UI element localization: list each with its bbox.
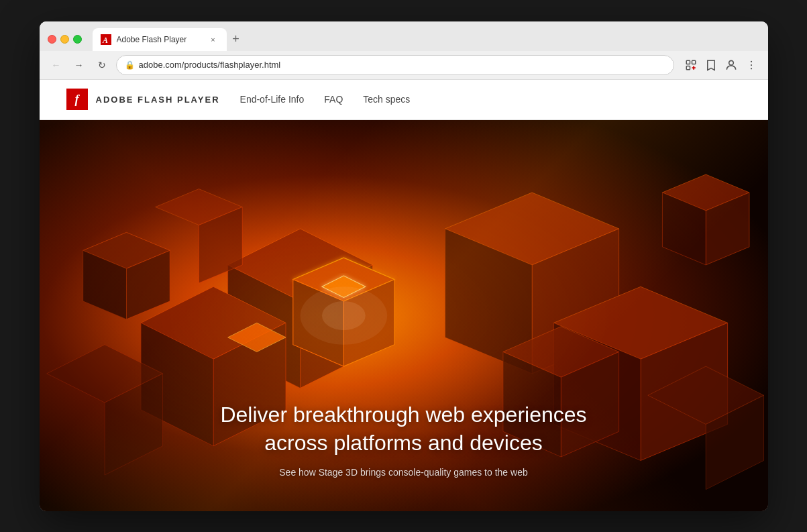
tab-close-button[interactable]: ×	[208, 34, 219, 45]
menu-icon[interactable]	[743, 56, 760, 74]
website-content: f ADOBE FLASH PLAYER End-of-Life Info FA…	[40, 80, 768, 511]
svg-rect-3	[692, 60, 695, 64]
profile-icon[interactable]	[722, 56, 740, 74]
tab-area: A Adobe Flash Player × +	[93, 28, 760, 51]
flash-f-letter: f	[75, 93, 79, 107]
address-bar: ← → ↻ 🔒 adobe.com/products/flashplayer.h…	[40, 51, 768, 80]
svg-rect-4	[686, 66, 690, 69]
active-tab[interactable]: A Adobe Flash Player ×	[93, 28, 227, 51]
extensions-icon[interactable]	[682, 56, 700, 74]
url-bar[interactable]: 🔒 adobe.com/products/flashplayer.html	[116, 55, 674, 75]
nav-link-faq[interactable]: FAQ	[324, 91, 343, 107]
browser-window: A Adobe Flash Player × + ← → ↻ 🔒 adobe.c…	[40, 21, 768, 511]
nav-link-tech-specs[interactable]: Tech specs	[363, 91, 410, 107]
svg-point-6	[750, 60, 751, 62]
lock-icon: 🔒	[125, 60, 135, 70]
back-button[interactable]: ←	[48, 56, 65, 74]
toolbar-icons	[682, 56, 760, 74]
hero-text-container: Deliver breakthrough web experiences acr…	[220, 401, 586, 477]
bookmark-icon[interactable]	[702, 56, 720, 74]
flash-icon: f	[66, 89, 88, 110]
site-nav: f ADOBE FLASH PLAYER End-of-Life Info FA…	[40, 80, 768, 120]
svg-point-8	[750, 68, 751, 69]
tab-title: Adobe Flash Player	[117, 35, 203, 44]
hero-headline: Deliver breakthrough web experiences acr…	[220, 401, 586, 457]
minimize-button[interactable]	[60, 35, 69, 44]
url-text: adobe.com/products/flashplayer.html	[139, 60, 665, 70]
hero-subtext: See how Stage 3D brings console-quality …	[220, 467, 586, 478]
title-bar: A Adobe Flash Player × +	[40, 21, 768, 51]
site-nav-links: End-of-Life Info FAQ Tech specs	[240, 91, 411, 107]
forward-button[interactable]: →	[70, 56, 88, 74]
svg-rect-2	[686, 60, 690, 64]
nav-link-end-of-life[interactable]: End-of-Life Info	[240, 91, 305, 107]
new-tab-button[interactable]: +	[227, 30, 246, 49]
site-logo: f ADOBE FLASH PLAYER	[66, 89, 220, 110]
hero-section: Deliver breakthrough web experiences acr…	[40, 120, 768, 511]
svg-point-7	[750, 64, 751, 65]
traffic-lights	[48, 35, 82, 44]
tab-favicon: A	[101, 34, 111, 45]
svg-text:A: A	[102, 36, 108, 45]
svg-point-5	[729, 60, 733, 65]
reload-button[interactable]: ↻	[93, 56, 111, 74]
maximize-button[interactable]	[73, 35, 82, 44]
close-button[interactable]	[48, 35, 56, 44]
site-logo-text: ADOBE FLASH PLAYER	[96, 95, 220, 105]
